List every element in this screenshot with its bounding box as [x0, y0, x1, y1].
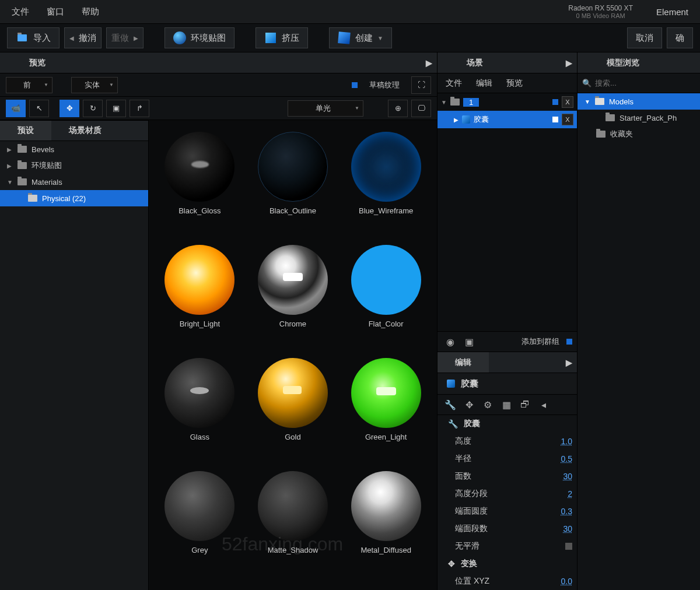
shade-select[interactable]: 实体 [71, 77, 118, 93]
capround-value[interactable]: 0.3 [561, 507, 577, 516]
extrude-button[interactable]: 挤压 [256, 27, 308, 48]
nosmooth-checkbox[interactable] [565, 543, 572, 550]
envmap-button[interactable]: 环境贴图 [164, 27, 235, 48]
delete-group-button[interactable]: X [562, 96, 573, 108]
import-button[interactable]: 导入 [7, 27, 60, 48]
material-metal-diffused[interactable]: Metal_Diffused [341, 471, 431, 578]
visibility-toggle[interactable] [552, 117, 558, 122]
folder-icon [596, 131, 606, 138]
search-icon: 🔍 [582, 79, 592, 87]
folder-icon [28, 195, 37, 202]
move-icon[interactable]: ✥ [461, 396, 477, 413]
collapse-icon[interactable]: ▶ [566, 358, 572, 367]
add-to-group-label[interactable]: 添加到群组 [522, 336, 559, 347]
target-button[interactable]: ⊕ [388, 100, 408, 117]
gears-icon[interactable]: ⚙ [480, 396, 496, 413]
expand-icon: ▶ [454, 117, 459, 123]
undo-button[interactable]: ◀ 撤消 [64, 27, 102, 48]
material-gold[interactable]: Gold [248, 358, 338, 465]
move-tool-button[interactable]: ✥ [60, 100, 79, 117]
view-select[interactable]: 前 [6, 77, 52, 93]
delete-item-button[interactable]: X [562, 114, 573, 125]
scene-menu-preview[interactable]: 预览 [506, 78, 523, 89]
scene-item-label: 胶囊 [474, 114, 489, 125]
folder-icon [18, 178, 27, 185]
scene-group-row[interactable]: ▼ 1 X [438, 93, 577, 111]
chevron-left-icon: ◀ [69, 35, 74, 41]
rotate-tool-button[interactable]: ↻ [83, 100, 103, 117]
tree-materials[interactable]: ▼ Materials [0, 174, 148, 190]
scene-menu-edit[interactable]: 编辑 [476, 78, 492, 89]
starter-pack[interactable]: Starter_Pack_Ph [578, 110, 700, 126]
visibility-toggle[interactable] [552, 99, 558, 105]
material-black-outline[interactable]: Black_Outline [248, 132, 338, 239]
collapse-icon: ▼ [441, 99, 447, 106]
checker-icon[interactable]: ▦ [498, 396, 514, 413]
monitor-button[interactable]: 🖵 [411, 100, 431, 117]
prop-sides: 面数30 [438, 468, 577, 485]
models-root[interactable]: ▼ Models [578, 93, 700, 110]
tree-bevels[interactable]: ▶ Bevels [0, 141, 148, 157]
material-blue-wireframe[interactable]: Blue_Wireframe [341, 132, 431, 239]
collapse-icon[interactable]: ▶ [566, 58, 572, 68]
material-grey[interactable]: Grey [155, 471, 245, 578]
expand-icon: ▶ [7, 146, 13, 153]
cancel-button[interactable]: 取消 [627, 27, 662, 48]
material-bright-light[interactable]: Bright_Light [155, 245, 245, 352]
radius-value[interactable]: 0.5 [561, 454, 577, 463]
prop-capround: 端面圆度0.3 [438, 503, 577, 520]
anchor-tool-button[interactable]: ↱ [130, 100, 149, 117]
scale-tool-button[interactable]: ▣ [106, 100, 126, 117]
favorites[interactable]: 收藏夹 [578, 126, 700, 142]
material-chrome[interactable]: Chrome [248, 245, 338, 352]
tab-presets[interactable]: 预设 [0, 121, 51, 141]
sides-value[interactable]: 30 [563, 472, 577, 481]
light-select[interactable]: 单光 [288, 100, 363, 117]
section-transform: ✥ 变换 [438, 555, 577, 573]
sphere-preview-icon[interactable]: ◉ [442, 333, 459, 350]
envmap-label: 环境贴图 [191, 33, 226, 44]
ok-button[interactable]: 确 [667, 27, 693, 48]
prop-hseg: 高度分段2 [438, 485, 577, 503]
material-black-gloss[interactable]: Black_Gloss [155, 132, 245, 239]
position-value[interactable]: 0.0 [561, 577, 577, 586]
hseg-value[interactable]: 2 [568, 489, 577, 498]
create-button[interactable]: 创建 ▼ [329, 27, 392, 48]
scene-menu-file[interactable]: 文件 [446, 78, 462, 89]
editor-object-header: 胶囊 [438, 373, 577, 394]
cube-preview-icon[interactable]: ▣ [461, 333, 477, 350]
height-value[interactable]: 1.0 [561, 437, 577, 446]
menu-help[interactable]: 帮助 [82, 6, 99, 17]
gpu-info: Radeon RX 5500 XT 0 MB Video RAM [568, 4, 633, 19]
scene-item-capsule[interactable]: ▶ 胶囊 X [438, 111, 577, 128]
search-input[interactable] [595, 79, 695, 87]
menu-file[interactable]: 文件 [12, 6, 29, 17]
menu-window[interactable]: 窗口 [47, 6, 64, 17]
camera-tool-button[interactable]: 📹 [6, 100, 26, 117]
collapse-icon[interactable]: ▶ [426, 58, 432, 68]
material-matte-shadow[interactable]: Matte_Shadow [248, 471, 338, 578]
editor-object-name: 胶囊 [461, 378, 478, 389]
more-icon[interactable]: ◂ [536, 396, 552, 413]
move-icon: ✥ [448, 559, 455, 568]
preview-title: 预览 [29, 58, 46, 68]
material-green-light[interactable]: Green_Light [341, 358, 431, 465]
pointer-tool-button[interactable]: ↖ [29, 100, 49, 117]
tree-envmaps[interactable]: ▶ 环境贴图 [0, 157, 148, 174]
capseg-value[interactable]: 30 [563, 524, 577, 533]
group-icon[interactable]: 🗗 [517, 396, 533, 413]
add-to-group-toggle[interactable] [566, 339, 572, 345]
create-label: 创建 [355, 33, 373, 44]
tab-scene-materials[interactable]: 场景材质 [51, 121, 119, 141]
tree-physical[interactable]: Physical (22) [0, 190, 148, 206]
scene-tree: ▼ 1 X ▶ 胶囊 X [438, 93, 577, 331]
tab-edit[interactable]: 编辑 [438, 352, 489, 373]
redo-button[interactable]: 重做 ▶ [106, 27, 144, 48]
chevron-down-icon: ▼ [377, 35, 383, 41]
fullscreen-button[interactable]: ⛶ [411, 76, 431, 94]
wrench-icon[interactable]: 🔧 [442, 396, 459, 413]
material-flat-color[interactable]: Flat_Color [341, 245, 431, 352]
expand-icon: ▶ [7, 163, 13, 169]
group-number: 1 [463, 98, 479, 107]
material-glass[interactable]: Glass [155, 358, 245, 465]
